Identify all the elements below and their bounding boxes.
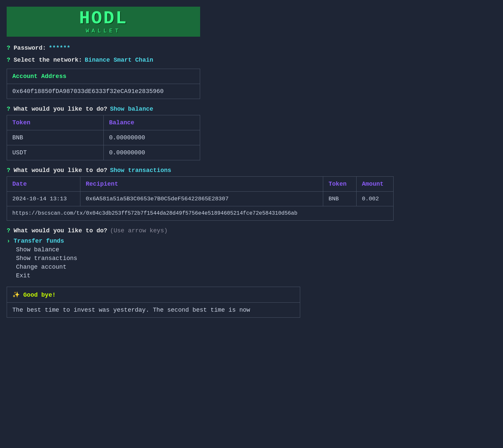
password-label: Password: xyxy=(14,45,46,51)
account-address-value: 0x640f18850fDA987033dE6333f32eCA91e28359… xyxy=(7,84,200,99)
transactions-table: Date Recipient Token Amount 2024-10-14 1… xyxy=(7,176,394,221)
goodbye-header: ✨ Good bye! xyxy=(7,287,300,303)
menu-item[interactable]: ›Transfer funds xyxy=(7,237,496,245)
account-address-header: Account Address xyxy=(7,69,200,84)
logo-subtitle: WALLET xyxy=(86,28,121,34)
tx-amount-cell: 0.002 xyxy=(357,192,393,206)
action2-question-icon: ? xyxy=(7,167,10,174)
menu-item-label: Show transactions xyxy=(16,255,77,262)
menu-item-label: Show balance xyxy=(16,246,59,253)
action3-hint: (Use arrow keys) xyxy=(110,227,168,234)
bnb-balance-cell: 0.00000000 xyxy=(104,130,200,145)
menu-item[interactable]: Show transactions xyxy=(7,254,496,263)
network-value: Binance Smart Chain xyxy=(85,57,153,63)
action2-label: What would you like to do? xyxy=(14,167,107,174)
network-question-icon: ? xyxy=(7,57,10,63)
table-row: 2024-10-14 13:13 0x6A581a51a5B3C0653e7B0… xyxy=(7,192,393,206)
goodbye-container: ✨ Good bye! The best time to invest was … xyxy=(7,287,300,318)
balance-table-header: Token Balance xyxy=(7,115,200,130)
balance-col-balance-header: Balance xyxy=(104,115,200,130)
action2-value: Show transactions xyxy=(110,167,171,174)
action2-line: ? What would you like to do? Show transa… xyxy=(7,167,496,174)
tx-token-cell: BNB xyxy=(323,192,357,206)
action1-label: What would you like to do? xyxy=(14,106,107,112)
password-line: ? Password: ****** xyxy=(7,45,496,51)
menu-container: ›Transfer funds Show balance Show transa… xyxy=(7,237,496,280)
tx-col-token-header: Token xyxy=(323,177,357,191)
tx-recipient-cell: 0x6A581a51a5B3C0653e7B0C5deF56422865E283… xyxy=(80,192,323,206)
balance-col-token-header: Token xyxy=(7,115,104,130)
menu-item[interactable]: Exit xyxy=(7,271,496,280)
bnb-token-cell: BNB xyxy=(7,130,104,145)
menu-item[interactable]: Change account xyxy=(7,263,496,271)
logo-title: HODL xyxy=(79,10,128,28)
action3-question-icon: ? xyxy=(7,227,10,234)
tx-url-cell: https://bscscan.com/tx/0x04c3db253ff572b… xyxy=(7,206,303,220)
menu-item-label: Change account xyxy=(16,264,66,270)
action3-line: ? What would you like to do? (Use arrow … xyxy=(7,227,496,234)
menu-arrow-icon: › xyxy=(7,238,10,244)
action1-question-icon: ? xyxy=(7,106,10,112)
account-address-table: Account Address 0x640f18850fDA987033dE63… xyxy=(7,69,200,99)
password-value: ****** xyxy=(49,45,70,51)
action1-line: ? What would you like to do? Show balanc… xyxy=(7,106,496,112)
menu-item-label: Exit xyxy=(16,272,30,279)
tx-col-date-header: Date xyxy=(7,177,80,191)
tx-url-row: https://bscscan.com/tx/0x04c3db253ff572b… xyxy=(7,206,393,220)
transactions-table-header: Date Recipient Token Amount xyxy=(7,177,393,192)
network-line: ? Select the network: Binance Smart Chai… xyxy=(7,57,496,63)
usdt-token-cell: USDT xyxy=(7,145,104,160)
table-row: BNB 0.00000000 xyxy=(7,130,200,145)
balance-table: Token Balance BNB 0.00000000 USDT 0.0000… xyxy=(7,115,200,160)
tx-col-amount-header: Amount xyxy=(357,177,393,191)
logo-text: HODL WALLET xyxy=(79,10,128,34)
goodbye-message: The best time to invest was yesterday. T… xyxy=(7,303,300,317)
logo-container: HODL WALLET xyxy=(7,7,200,37)
password-question-icon: ? xyxy=(7,45,10,51)
network-label: Select the network: xyxy=(14,57,82,63)
action3-label: What would you like to do? xyxy=(14,227,107,234)
menu-item[interactable]: Show balance xyxy=(7,245,496,254)
tx-col-recipient-header: Recipient xyxy=(80,177,323,191)
usdt-balance-cell: 0.00000000 xyxy=(104,145,200,160)
tx-date-cell: 2024-10-14 13:13 xyxy=(7,192,80,206)
action1-value: Show balance xyxy=(110,106,153,112)
menu-item-label: Transfer funds xyxy=(14,238,64,244)
table-row: USDT 0.00000000 xyxy=(7,145,200,160)
